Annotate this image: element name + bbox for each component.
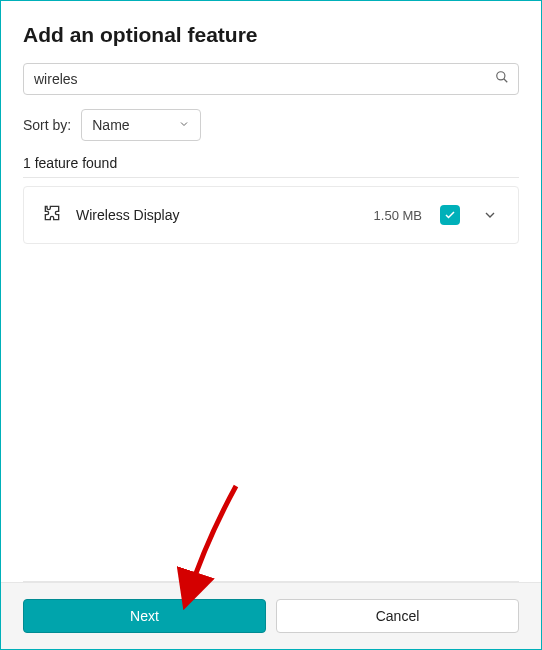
sort-selected-value: Name — [92, 117, 129, 133]
feature-row[interactable]: Wireless Display 1.50 MB — [23, 186, 519, 244]
feature-list: Wireless Display 1.50 MB — [23, 177, 519, 244]
sort-dropdown[interactable]: Name — [81, 109, 201, 141]
feature-name: Wireless Display — [76, 207, 360, 223]
search-input[interactable] — [23, 63, 519, 95]
chevron-down-icon — [178, 117, 190, 133]
dialog-actions: Next Cancel — [1, 582, 541, 649]
results-count: 1 feature found — [23, 155, 519, 171]
search-field-wrapper — [23, 63, 519, 95]
feature-checkbox[interactable] — [440, 205, 460, 225]
cancel-button[interactable]: Cancel — [276, 599, 519, 633]
next-button[interactable]: Next — [23, 599, 266, 633]
sort-label: Sort by: — [23, 117, 71, 133]
feature-size: 1.50 MB — [374, 208, 422, 223]
expand-chevron-icon[interactable] — [480, 207, 500, 223]
dialog-title: Add an optional feature — [23, 23, 519, 47]
puzzle-icon — [42, 203, 62, 227]
